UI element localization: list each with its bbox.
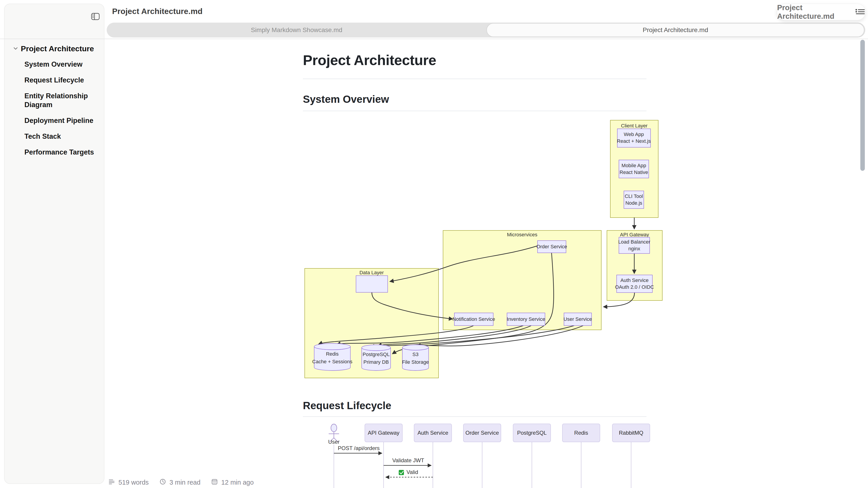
node-postgres-cylinder: PostgreSQL Primary DB xyxy=(362,345,391,370)
svg-text:User: User xyxy=(328,439,340,445)
svg-text:Redis: Redis xyxy=(574,430,588,436)
node-mobile-app: Mobile App React Native xyxy=(619,160,649,178)
sidebar-toggle-button[interactable] xyxy=(89,10,102,23)
app-window: Project Architecture.md Simply Markdown … xyxy=(0,0,868,488)
node-cli-tool: CLI Tool Node.js xyxy=(624,191,644,208)
sequence-participant: Order Service xyxy=(463,424,501,442)
sidebar-toggle-icon xyxy=(90,11,100,22)
sequence-participant: API Gateway xyxy=(365,424,402,442)
svg-text:Order Service: Order Service xyxy=(536,244,567,250)
tab-simply-markdown-showcase[interactable]: Simply Markdown Showcase.md xyxy=(107,23,487,37)
status-bar: 519 words 3 min read 12 min ago xyxy=(108,478,254,487)
node-inventory-service: Inventory Service xyxy=(507,313,545,326)
sidebar: Project Architecture System Overview Req… xyxy=(4,4,104,484)
last-edited-label: 12 min ago xyxy=(221,479,254,486)
tab-label: Simply Markdown Showcase.md xyxy=(251,26,342,34)
clock-icon xyxy=(159,478,166,487)
svg-text:nginx: nginx xyxy=(628,246,640,252)
svg-text:Web App: Web App xyxy=(624,131,644,137)
h2-rule xyxy=(303,416,647,417)
check-icon xyxy=(399,470,404,475)
toc-item-performance-targets[interactable]: Performance Targets xyxy=(24,148,99,157)
svg-text:Inventory Service: Inventory Service xyxy=(507,316,545,322)
node-redis-cylinder: Redis Cache + Sessions xyxy=(312,344,352,370)
table-of-contents: Project Architecture System Overview Req… xyxy=(12,44,103,164)
node-order-service: Order Service xyxy=(536,240,567,253)
word-count: 519 words xyxy=(108,478,149,487)
message-valid-return: Valid xyxy=(386,469,433,477)
svg-text:Valid: Valid xyxy=(406,469,418,475)
toc-item-entity-relationship-diagram[interactable]: Entity Relationship Diagram xyxy=(24,92,99,109)
svg-text:React Native: React Native xyxy=(620,169,648,175)
header-divider xyxy=(0,39,868,39)
toc-root-label: Project Architecture xyxy=(21,44,94,53)
svg-text:RabbitMQ: RabbitMQ xyxy=(619,430,643,436)
read-time: 3 min read xyxy=(159,478,200,487)
cluster-title: Client Layer xyxy=(621,123,647,129)
node-auth-service: Auth Service OAuth 2.0 / OIDC xyxy=(615,275,654,293)
page-title: Project Architecture xyxy=(303,52,436,68)
svg-text:CLI Tool: CLI Tool xyxy=(625,193,643,199)
calendar-icon xyxy=(211,478,218,487)
svg-text:PostgreSQL: PostgreSQL xyxy=(517,430,547,436)
svg-text:React + Next.js: React + Next.js xyxy=(617,138,651,144)
node-load-balancer: Load Balancer nginx xyxy=(618,237,650,254)
toc-item-request-lifecycle[interactable]: Request Lifecycle xyxy=(24,76,99,85)
svg-text:Node.js: Node.js xyxy=(625,200,643,206)
node-web-app: Web App React + Next.js xyxy=(617,129,651,147)
tab-label: Project Architecture.md xyxy=(643,26,708,34)
svg-text:OAuth 2.0 / OIDC: OAuth 2.0 / OIDC xyxy=(615,284,654,290)
last-edited: 12 min ago xyxy=(211,478,254,487)
svg-text:Validate JWT: Validate JWT xyxy=(393,457,424,463)
svg-text:Redis: Redis xyxy=(326,351,339,357)
node-rabbitmq xyxy=(356,275,388,292)
toc-item-deployment-pipeline[interactable]: Deployment Pipeline xyxy=(24,116,99,125)
toc-root-item[interactable]: Project Architecture xyxy=(12,44,103,53)
document-title: Project Architecture.md xyxy=(112,7,203,16)
svg-text:Notification Service: Notification Service xyxy=(453,316,495,322)
chevron-down-icon xyxy=(12,45,19,53)
sequence-participant: Redis xyxy=(562,424,600,442)
text-lines-icon xyxy=(108,478,115,487)
tab-project-architecture[interactable]: Project Architecture.md xyxy=(487,23,864,37)
node-notification-service: Notification Service xyxy=(453,313,495,326)
read-time-label: 3 min read xyxy=(169,479,200,486)
svg-text:S3: S3 xyxy=(412,352,418,357)
svg-text:Load Balancer: Load Balancer xyxy=(618,239,650,245)
section-heading-request-lifecycle: Request Lifecycle xyxy=(303,399,391,412)
sequence-participant: Auth Service xyxy=(414,424,452,442)
svg-text:File Storage: File Storage xyxy=(402,359,429,365)
tab-bar: Simply Markdown Showcase.md Project Arch… xyxy=(107,23,865,37)
svg-text:POST /api/orders: POST /api/orders xyxy=(338,445,380,451)
svg-text:Order Service: Order Service xyxy=(465,430,499,436)
node-s3-cylinder: S3 File Storage xyxy=(402,345,429,370)
sequence-participant: PostgreSQL xyxy=(513,424,551,442)
cluster-title: API Gateway xyxy=(620,232,649,237)
actor-user: User xyxy=(328,424,340,445)
system-overview-flowchart: Client Layer API Gateway Microservices D… xyxy=(303,118,664,381)
word-count-label: 519 words xyxy=(119,479,149,486)
sequence-participant: RabbitMQ xyxy=(612,424,650,442)
request-lifecycle-sequence-diagram: User API Gateway Auth Service Order Serv… xyxy=(303,422,664,488)
section-heading-system-overview: System Overview xyxy=(303,93,389,105)
svg-text:User Service: User Service xyxy=(563,316,592,322)
svg-text:Mobile App: Mobile App xyxy=(622,163,646,168)
svg-text:Cache + Sessions: Cache + Sessions xyxy=(312,359,352,364)
svg-text:Primary DB: Primary DB xyxy=(364,359,389,365)
message-validate-jwt: Validate JWT xyxy=(383,457,431,465)
outline-pill-button[interactable]: Project Architecture.md xyxy=(777,4,866,20)
svg-text:PostgreSQL: PostgreSQL xyxy=(363,352,390,357)
outline-list-icon xyxy=(855,8,865,16)
svg-text:API Gateway: API Gateway xyxy=(368,430,399,436)
cluster-title: Microservices xyxy=(507,232,537,237)
svg-text:Auth Service: Auth Service xyxy=(620,278,649,283)
outline-pill-label: Project Architecture.md xyxy=(777,3,851,21)
message-post-api-orders: POST /api/orders xyxy=(334,445,382,453)
toc-item-tech-stack[interactable]: Tech Stack xyxy=(24,132,99,141)
node-user-service: User Service xyxy=(563,313,592,326)
scrollbar-thumb[interactable] xyxy=(860,40,865,171)
toc-item-system-overview[interactable]: System Overview xyxy=(24,60,99,69)
svg-text:Auth Service: Auth Service xyxy=(417,430,448,436)
h2-rule xyxy=(303,111,647,111)
h1-rule xyxy=(303,78,647,79)
